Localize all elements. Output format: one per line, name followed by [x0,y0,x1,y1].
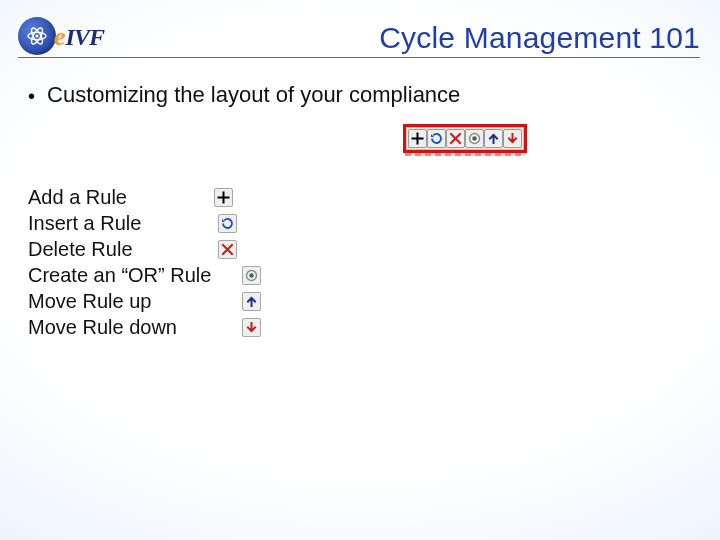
brand-ivf: IVF [66,24,104,51]
bullet-dot-icon: • [28,84,35,108]
legend-label: Move Rule up [28,290,151,313]
legend-label: Create an “OR” Rule [28,264,211,287]
brand-wordmark: e IVF [54,22,104,52]
or-rule-icon [468,132,481,145]
move-down-icon [242,318,261,337]
atom-badge-icon [18,17,56,55]
toolbar-legend: Add a Rule Insert a Rule Delete Rule Cre… [28,184,288,340]
delete-rule-icon [218,240,237,259]
move-up-icon [487,132,500,145]
slide-header: e IVF Cycle Management 101 [18,14,700,58]
bullet-text: Customizing the layout of your complianc… [47,82,460,108]
insert-rule-icon [218,214,237,233]
or-rule-button[interactable] [465,129,484,148]
add-rule-button[interactable] [408,129,427,148]
brand-e: e [54,22,66,52]
insert-rule-button[interactable] [427,129,446,148]
legend-row: Move Rule down [28,314,288,340]
delete-rule-icon [449,132,462,145]
move-up-button[interactable] [484,129,503,148]
legend-label: Delete Rule [28,238,133,261]
atom-icon [25,24,49,48]
legend-row: Move Rule up [28,288,288,314]
legend-row: Insert a Rule [28,210,288,236]
insert-rule-icon [430,132,443,145]
delete-rule-button[interactable] [446,129,465,148]
add-rule-icon [214,188,233,207]
page-title: Cycle Management 101 [379,21,700,57]
legend-label: Insert a Rule [28,212,141,235]
add-rule-icon [411,132,424,145]
move-down-button[interactable] [503,129,522,148]
svg-point-3 [35,34,38,37]
legend-label: Move Rule down [28,316,177,339]
legend-row: Create an “OR” Rule [28,262,288,288]
legend-row: Add a Rule [28,184,288,210]
rule-toolbar-highlight [403,124,527,153]
rule-toolbar [406,127,524,150]
or-rule-icon [242,266,261,285]
move-up-icon [242,292,261,311]
brand-logo: e IVF [18,17,104,55]
svg-point-5 [472,136,476,140]
bullet-line: • Customizing the layout of your complia… [28,82,460,108]
svg-point-7 [249,273,253,277]
move-down-icon [506,132,519,145]
legend-row: Delete Rule [28,236,288,262]
legend-label: Add a Rule [28,186,127,209]
